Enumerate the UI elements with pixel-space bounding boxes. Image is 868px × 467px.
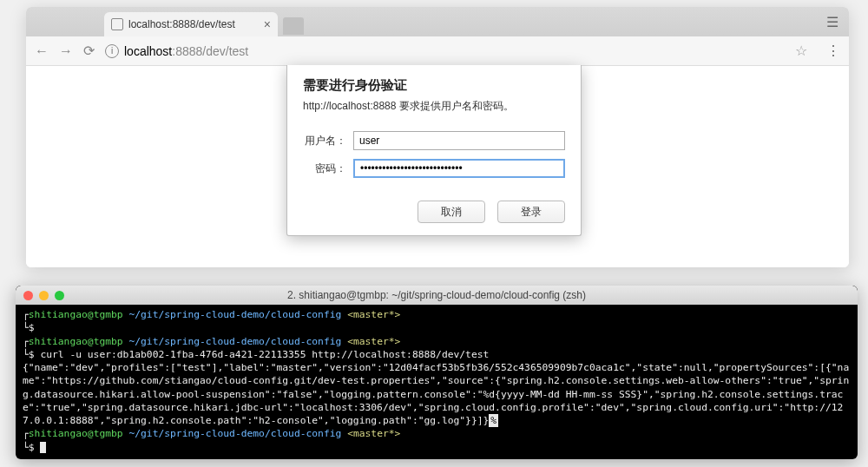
term-output: {"name":"dev","profiles":["test"],"label… (23, 362, 849, 426)
term-command: curl -u user:db1ab002-1fba-476d-a421-221… (40, 349, 489, 360)
zoom-window-icon[interactable] (55, 291, 64, 300)
forward-button[interactable]: → (59, 43, 73, 59)
login-button[interactable]: 登录 (497, 201, 565, 223)
auth-title: 需要进行身份验证 (303, 77, 565, 94)
terminal-title: 2. shitiangao@tgmbp: ~/git/spring-cloud-… (287, 289, 586, 301)
tab-title: localhost:8888/dev/test (128, 18, 235, 30)
browser-menu-icon[interactable]: ⋮ (826, 43, 840, 59)
auth-dialog: 需要进行身份验证 http://localhost:8888 要求提供用户名和密… (286, 65, 582, 236)
close-tab-icon[interactable]: × (264, 17, 271, 31)
password-input[interactable] (353, 159, 565, 178)
term-user: shitiangao@tgmbp (29, 309, 123, 320)
address-bar[interactable]: i localhost:8888/dev/test (105, 44, 778, 58)
tab-strip: localhost:8888/dev/test × ☰ (26, 7, 849, 36)
minimize-window-icon[interactable] (39, 291, 49, 300)
bookmark-icon[interactable]: ☆ (795, 43, 807, 59)
back-button[interactable]: ← (35, 43, 49, 59)
cursor-icon (40, 442, 46, 453)
url-host: localhost (124, 44, 172, 58)
traffic-lights (23, 291, 64, 300)
username-input[interactable] (353, 131, 565, 150)
browser-window: localhost:8888/dev/test × ☰ ← → ⟳ i loca… (26, 7, 849, 267)
new-tab-button[interactable] (283, 17, 304, 35)
url-path: :8888/dev/test (172, 44, 248, 58)
term-path: ~/git/spring-cloud-demo/cloud-config (128, 309, 341, 320)
password-label: 密码： (303, 161, 353, 176)
browser-tab[interactable]: localhost:8888/dev/test × (104, 12, 278, 36)
auth-message: http://localhost:8888 要求提供用户名和密码。 (303, 99, 565, 114)
page-content: 需要进行身份验证 http://localhost:8888 要求提供用户名和密… (26, 66, 849, 267)
percent-indicator: % (489, 414, 498, 427)
username-label: 用户名： (303, 134, 353, 148)
term-branch: <master*> (347, 309, 400, 320)
close-window-icon[interactable] (23, 291, 33, 300)
page-favicon-icon (111, 18, 123, 30)
terminal-window: 2. shitiangao@tgmbp: ~/git/spring-cloud-… (16, 286, 858, 459)
profile-icon[interactable]: ☰ (826, 14, 838, 30)
cancel-button[interactable]: 取消 (418, 201, 485, 223)
terminal-body[interactable]: ┌shitiangao@tgmbp ~/git/spring-cloud-dem… (16, 305, 858, 457)
site-info-icon[interactable]: i (105, 44, 119, 58)
terminal-titlebar: 2. shitiangao@tgmbp: ~/git/spring-cloud-… (16, 286, 858, 305)
reload-button[interactable]: ⟳ (83, 43, 95, 59)
browser-toolbar: ← → ⟳ i localhost:8888/dev/test ☆ ⋮ (26, 36, 849, 66)
